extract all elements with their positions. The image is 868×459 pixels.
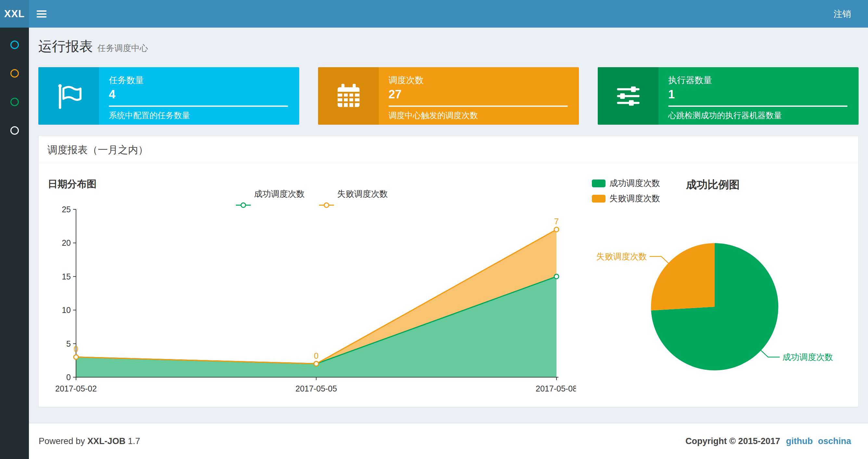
app-logo[interactable]: XXL (0, 0, 29, 28)
data-point (74, 355, 78, 359)
top-navbar: XXL 注销 (0, 0, 868, 28)
circle-icon (10, 40, 19, 49)
footer: Powered by XXL-JOB 1.7 Copyright © 2015-… (29, 423, 868, 459)
footer-links: githuboschina (786, 436, 851, 446)
date-distribution-chart: 05101520252017-05-022017-05-052017-05-08… (47, 196, 576, 397)
svg-text:5: 5 (66, 339, 71, 348)
progress-bar (389, 105, 568, 107)
info-box-label: 执行器数量 (668, 74, 847, 86)
page-header: 运行报表 任务调度中心 (38, 37, 859, 56)
circle-icon (10, 98, 19, 106)
footer-link-oschina[interactable]: oschina (818, 436, 851, 446)
pie-slice (651, 243, 715, 310)
sidebar (0, 28, 29, 459)
svg-text:25: 25 (62, 205, 71, 214)
svg-text:2017-05-02: 2017-05-02 (55, 384, 97, 393)
point-label: 0 (314, 351, 318, 361)
legend-label: 失败调度次数 (337, 188, 388, 200)
legend-item[interactable]: 成功调度次数 (592, 177, 660, 189)
info-box-description: 系统中配置的任务数量 (109, 110, 288, 121)
info-box-trigger-count: 调度次数 27 调度中心触发的调度次数 (318, 67, 579, 125)
info-box-description: 心跳检测成功的执行器机器数量 (668, 110, 847, 121)
pie-label-line (761, 350, 780, 357)
legend-item[interactable]: 成功调度次数 (235, 179, 305, 209)
sliders-icon (598, 67, 658, 125)
svg-text:0: 0 (66, 373, 71, 382)
point-label: 7 (554, 217, 559, 226)
page-subtitle: 任务调度中心 (97, 42, 148, 54)
info-box-executor-count: 执行器数量 1 心跳检测成功的执行器机器数量 (598, 67, 859, 125)
data-point (554, 274, 559, 279)
legend-swatch (592, 195, 606, 202)
pie-chart-title: 成功比例图 (686, 177, 740, 192)
hamburger-icon (37, 9, 46, 19)
line-chart-legend: 成功调度次数失败调度次数 (235, 179, 388, 209)
progress-bar (668, 105, 847, 107)
svg-text:20: 20 (62, 238, 71, 248)
line-legend-marker (318, 202, 335, 209)
line-chart-title: 日期分布图 (48, 177, 96, 191)
calendar-icon (318, 67, 379, 125)
point-label: 0 (74, 344, 78, 354)
circle-icon (10, 69, 19, 77)
panel-title: 调度报表（一月之内） (39, 136, 858, 163)
success-ratio-pie-chart: 成功调度次数失败调度次数 (591, 196, 850, 397)
info-box-row: 任务数量 4 系统中配置的任务数量 (38, 67, 859, 125)
pie-label: 失败调度次数 (596, 252, 647, 261)
circle-icon (10, 126, 19, 135)
legend-label: 成功调度次数 (610, 177, 660, 189)
svg-text:2017-05-08: 2017-05-08 (536, 384, 576, 393)
legend-label: 失败调度次数 (610, 193, 660, 204)
copyright-text: Copyright © 2015-2017 (685, 436, 780, 446)
pie-label: 成功调度次数 (782, 352, 833, 362)
schedule-report-panel: 调度报表（一月之内） 日期分布图 成功调度次数失败调度次数 0510152025… (38, 136, 859, 407)
legend-item[interactable]: 失败调度次数 (592, 193, 660, 204)
info-box-value: 1 (668, 88, 847, 101)
sidebar-item-report[interactable] (0, 31, 29, 59)
info-box-value: 4 (109, 88, 288, 101)
sidebar-item-help[interactable] (0, 116, 29, 145)
info-box-description: 调度中心触发的调度次数 (389, 110, 568, 121)
progress-bar (109, 105, 288, 107)
legend-item[interactable]: 失败调度次数 (318, 179, 388, 209)
page-title: 运行报表 (38, 37, 93, 56)
main-content: 运行报表 任务调度中心 任务数量 4 (29, 28, 868, 423)
line-legend-marker (235, 202, 251, 209)
app-name: XXL-JOB (87, 436, 125, 446)
powered-by-text: Powered by XXL-JOB 1.7 (39, 436, 140, 446)
pie-chart-legend: 成功调度次数失败调度次数 (592, 177, 660, 208)
date-distribution-chart-block: 日期分布图 成功调度次数失败调度次数 05101520252017-05-022… (47, 173, 576, 397)
info-box-job-count: 任务数量 4 系统中配置的任务数量 (38, 67, 299, 125)
info-box-label: 调度次数 (389, 74, 568, 86)
svg-text:15: 15 (62, 272, 71, 281)
legend-label: 成功调度次数 (254, 188, 305, 200)
pie-label-line (650, 257, 669, 264)
info-box-value: 27 (389, 88, 568, 101)
sidebar-item-executors[interactable] (0, 88, 29, 116)
footer-link-github[interactable]: github (786, 436, 813, 446)
data-point (314, 362, 319, 366)
flag-icon (38, 67, 99, 125)
success-ratio-chart-block: 成功调度次数失败调度次数 成功比例图 成功调度次数失败调度次数 (591, 173, 850, 397)
sidebar-toggle-button[interactable] (29, 0, 54, 28)
sidebar-item-jobs[interactable] (0, 59, 29, 88)
svg-text:2017-05-05: 2017-05-05 (296, 384, 337, 393)
info-box-label: 任务数量 (109, 74, 288, 86)
svg-text:10: 10 (62, 305, 71, 315)
logout-link[interactable]: 注销 (817, 0, 868, 28)
legend-swatch (592, 179, 606, 187)
data-point (554, 227, 559, 232)
